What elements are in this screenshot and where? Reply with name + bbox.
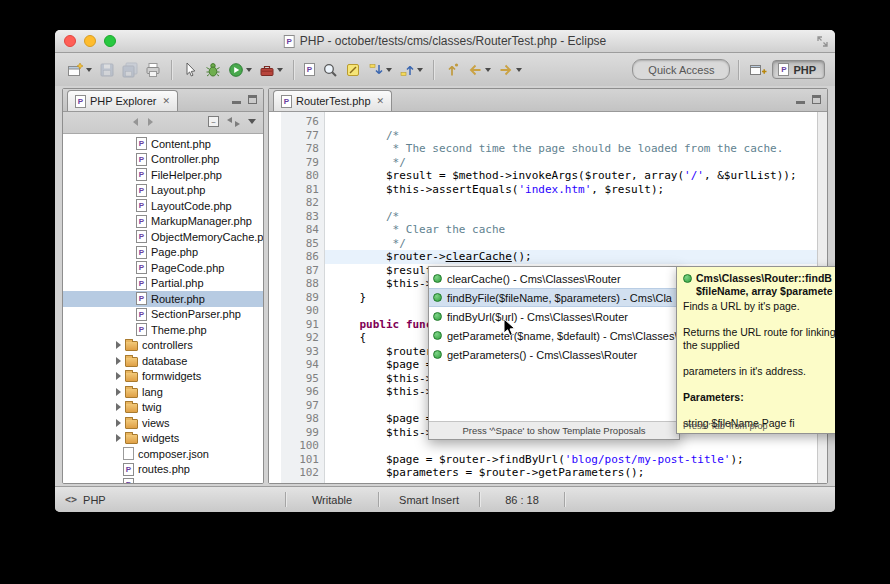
code-line[interactable]: */ xyxy=(325,156,817,170)
tree-item-controllers[interactable]: controllers xyxy=(63,338,263,354)
tree-item-objectmemorycache-php[interactable]: PObjectMemoryCache.php xyxy=(63,229,263,245)
save-button[interactable] xyxy=(97,58,117,82)
tree-item-pagecode-php[interactable]: PPageCode.php xyxy=(63,260,263,276)
code-line[interactable]: /* xyxy=(325,129,817,143)
expand-arrow-icon[interactable] xyxy=(116,434,121,442)
previous-annotation-icon xyxy=(399,62,415,78)
expand-arrow-icon[interactable] xyxy=(116,341,121,349)
run-button[interactable] xyxy=(226,58,254,82)
collapse-all-icon[interactable]: – xyxy=(208,116,219,127)
next-annotation-button[interactable] xyxy=(366,58,394,82)
tree-item-router-php[interactable]: PRouter.php xyxy=(63,291,263,307)
dropdown-chevron-icon[interactable] xyxy=(277,68,283,72)
dropdown-chevron-icon[interactable] xyxy=(246,68,252,72)
external-tools-button[interactable] xyxy=(257,58,285,82)
link-with-editor-icon[interactable] xyxy=(227,116,240,127)
fullscreen-icon[interactable] xyxy=(817,36,828,47)
tree-item-routes-php[interactable]: Proutes.php xyxy=(63,462,263,478)
tree-item-formwidgets[interactable]: formwidgets xyxy=(63,369,263,385)
close-window-button[interactable] xyxy=(64,35,76,47)
php-perspective-button[interactable]: P PHP xyxy=(772,60,825,79)
dropdown-chevron-icon[interactable] xyxy=(386,68,392,72)
new-wizard-button[interactable] xyxy=(65,58,94,82)
code-line[interactable]: * Clear the cache xyxy=(325,223,817,237)
back-button[interactable] xyxy=(465,58,493,82)
previous-annotation-button[interactable] xyxy=(397,58,425,82)
tree-item-page-php[interactable]: PPage.php xyxy=(63,245,263,261)
search-icon xyxy=(322,62,338,78)
proposal-item[interactable]: findByFile($fileName, $parameters) - Cms… xyxy=(429,288,679,307)
php-web-page-button[interactable]: P xyxy=(302,58,317,82)
quick-access-input[interactable] xyxy=(632,59,730,80)
tree-item-label: views xyxy=(142,417,170,429)
tree-item[interactable]: P xyxy=(63,477,263,483)
dropdown-chevron-icon[interactable] xyxy=(417,68,423,72)
code-line[interactable]: $result = $method->invokeArgs($router, a… xyxy=(325,169,817,183)
debug-button[interactable] xyxy=(203,58,223,82)
expand-arrow-icon[interactable] xyxy=(116,419,121,427)
tree-item-markupmanager-php[interactable]: PMarkupManager.php xyxy=(63,214,263,230)
expand-arrow-icon[interactable] xyxy=(116,357,121,365)
tree-item-partial-php[interactable]: PPartial.php xyxy=(63,276,263,292)
minimize-view-icon[interactable] xyxy=(232,101,241,104)
selection-tool-button[interactable] xyxy=(180,58,200,82)
tree-item-controller-php[interactable]: PController.php xyxy=(63,152,263,168)
save-all-button[interactable] xyxy=(120,58,140,82)
expand-arrow-icon[interactable] xyxy=(116,372,121,380)
line-number-ruler[interactable]: 7677787980818283848586878889909192939495… xyxy=(281,112,325,483)
tree-item-twig[interactable]: twig xyxy=(63,400,263,416)
code-line[interactable] xyxy=(325,196,817,210)
tree-item-database[interactable]: database xyxy=(63,353,263,369)
close-icon[interactable]: ✕ xyxy=(377,97,385,106)
proposal-item[interactable]: getParameters() - Cms\Classes\Router xyxy=(429,345,679,364)
proposal-item[interactable]: findByUrl($url) - Cms\Classes\Router xyxy=(429,307,679,326)
tree-item-layout-php[interactable]: PLayout.php xyxy=(63,183,263,199)
last-edit-location-button[interactable] xyxy=(442,58,462,82)
proposal-item[interactable]: getParameter($name, $default) - Cms\Clas… xyxy=(429,326,679,345)
code-line[interactable]: $page = $router->findByUrl('blog/post/my… xyxy=(325,453,817,467)
back-icon[interactable] xyxy=(133,118,138,126)
tab-routertest-php[interactable]: P RouterTest.php ✕ xyxy=(273,90,392,111)
print-button[interactable] xyxy=(143,58,163,82)
view-menu-icon[interactable] xyxy=(248,119,256,124)
minimize-window-button[interactable] xyxy=(84,35,96,47)
code-line[interactable]: $parameters = $router->getParameters(); xyxy=(325,466,817,480)
save-icon xyxy=(99,62,115,78)
code-line[interactable]: * The second time the page should be loa… xyxy=(325,142,817,156)
last-edit-icon xyxy=(444,62,460,78)
maximize-editor-icon[interactable] xyxy=(812,95,821,104)
dropdown-chevron-icon[interactable] xyxy=(485,68,491,72)
tree-item-theme-php[interactable]: PTheme.php xyxy=(63,322,263,338)
code-line[interactable] xyxy=(325,439,817,453)
expand-arrow-icon[interactable] xyxy=(116,403,121,411)
code-line[interactable]: /* xyxy=(325,210,817,224)
forward-button[interactable] xyxy=(496,58,524,82)
dropdown-chevron-icon[interactable] xyxy=(516,68,522,72)
expand-arrow-icon[interactable] xyxy=(116,388,121,396)
mark-occurrences-button[interactable] xyxy=(343,58,363,82)
tree-item-views[interactable]: views xyxy=(63,415,263,431)
maximize-view-icon[interactable] xyxy=(248,95,257,104)
close-icon[interactable]: ✕ xyxy=(162,97,170,106)
tree-item-composer-json[interactable]: composer.json xyxy=(63,446,263,462)
caret-position-status[interactable]: 86 : 18 xyxy=(480,494,564,506)
tree-item-content-php[interactable]: PContent.php xyxy=(63,136,263,152)
titlebar[interactable]: P PHP - october/tests/cms/classes/Router… xyxy=(55,30,835,53)
minimize-editor-icon[interactable] xyxy=(796,101,805,104)
tree-item-lang[interactable]: lang xyxy=(63,384,263,400)
code-line[interactable]: $router->clearCache(); xyxy=(325,250,817,264)
proposal-item[interactable]: clearCache() - Cms\Classes\Router xyxy=(429,269,679,288)
dropdown-chevron-icon[interactable] xyxy=(86,68,92,72)
tree-item-sectionparser-php[interactable]: PSectionParser.php xyxy=(63,307,263,323)
tree-item-layoutcode-php[interactable]: PLayoutCode.php xyxy=(63,198,263,214)
search-button[interactable] xyxy=(320,58,340,82)
zoom-window-button[interactable] xyxy=(104,35,116,47)
tree-item-filehelper-php[interactable]: PFileHelper.php xyxy=(63,167,263,183)
code-line[interactable]: $this->assertEquals('index.htm', $result… xyxy=(325,183,817,197)
open-perspective-button[interactable] xyxy=(747,58,769,82)
tab-php-explorer[interactable]: P PHP Explorer ✕ xyxy=(67,90,178,111)
code-line[interactable] xyxy=(325,115,817,129)
forward-icon[interactable] xyxy=(148,118,153,126)
code-line[interactable]: */ xyxy=(325,237,817,251)
tree-item-widgets[interactable]: widgets xyxy=(63,431,263,447)
